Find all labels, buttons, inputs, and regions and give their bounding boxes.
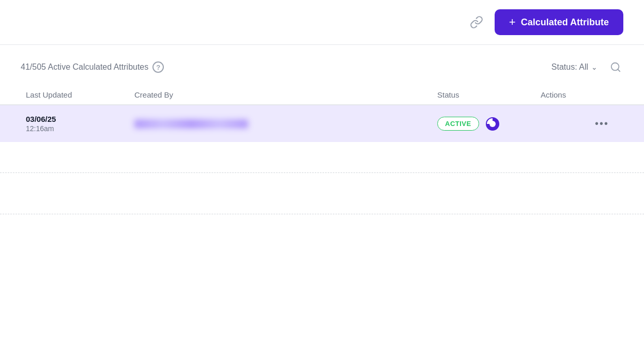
active-badge: ACTIVE: [437, 117, 479, 131]
col-status: Status: [437, 90, 541, 99]
actions-cell: •••: [541, 116, 623, 132]
table-header: Last Updated Created By Status Actions: [0, 85, 644, 105]
calculation-progress-icon[interactable]: [485, 117, 500, 131]
search-icon: [610, 61, 621, 73]
created-by-blurred: [134, 119, 248, 129]
col-created-by: Created By: [134, 90, 437, 99]
status-filter-label: Status: All: [551, 62, 588, 72]
plus-icon: +: [509, 17, 516, 28]
svg-line-1: [618, 69, 620, 71]
three-dots-icon: •••: [595, 118, 609, 129]
chevron-down-icon: ⌄: [591, 63, 597, 71]
date-value: 03/06/25: [26, 115, 134, 123]
filter-bar: 41/505 Active Calculated Attributes ? St…: [0, 45, 644, 85]
created-by-cell: [134, 119, 437, 129]
link-icon: [470, 15, 483, 29]
active-count-label: 41/505 Active Calculated Attributes ?: [21, 61, 164, 73]
dashed-row-2: [0, 173, 644, 214]
table-row: 03/06/25 12:16am ACTIVE Calculation in P…: [0, 105, 644, 142]
progress-circle-svg: [485, 117, 500, 131]
help-icon[interactable]: ?: [152, 61, 164, 73]
top-bar: + Calculated Attribute: [0, 0, 644, 45]
status-cell: ACTIVE Calculation in Progress Activated…: [437, 117, 541, 131]
date-cell: 03/06/25 12:16am: [21, 115, 134, 133]
add-button-label: Calculated Attribute: [521, 17, 609, 28]
col-actions: Actions: [541, 90, 623, 99]
copy-link-button[interactable]: [467, 12, 486, 32]
search-button[interactable]: [608, 59, 623, 75]
col-last-updated: Last Updated: [21, 90, 134, 99]
count-text: 41/505 Active Calculated Attributes: [21, 62, 148, 72]
time-value: 12:16am: [26, 124, 134, 133]
row-actions-button[interactable]: •••: [591, 116, 613, 132]
status-filter-dropdown[interactable]: Status: All ⌄: [551, 62, 597, 72]
svg-point-3: [489, 121, 496, 127]
add-calculated-attribute-button[interactable]: + Calculated Attribute: [495, 9, 623, 35]
dashed-row-1: [0, 142, 644, 173]
